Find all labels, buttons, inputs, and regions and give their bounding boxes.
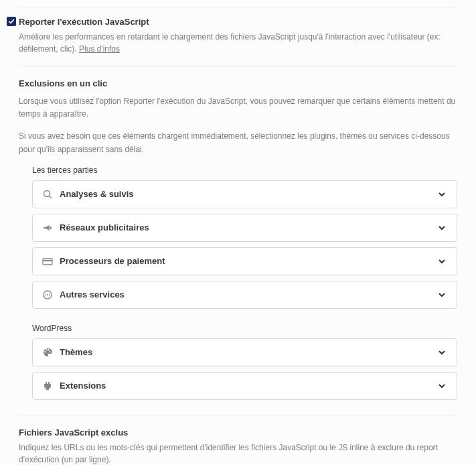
credit-card-icon [42,256,53,267]
svg-point-5 [47,294,48,295]
megaphone-icon [42,222,53,233]
accordion-label: Autres services [60,289,437,300]
accordion-ad-networks[interactable]: Réseaux publicitaires [32,214,457,242]
chevron-down-icon [437,222,447,233]
one-click-desc-2: Si vous avez besoin que ces éléments cha… [19,130,457,155]
accordion-other-services[interactable]: Autres services [32,281,457,309]
svg-point-0 [44,190,50,196]
section-title: Reporter l'exécution JavaScript [19,17,149,27]
one-click-title: Exclusions en un clic [19,78,457,88]
excluded-files-title: Fichiers JavaScript exclus [19,427,457,438]
palette-icon [42,347,53,358]
dots-icon [42,289,53,300]
svg-point-4 [45,294,46,295]
plug-icon [42,381,53,391]
accordion-label: Réseaux publicitaires [60,222,437,232]
section-description: Améliore les performances en retardant l… [0,31,476,66]
accordion-label: Processeurs de paiement [60,256,437,266]
svg-rect-2 [43,260,52,261]
chevron-down-icon [437,256,447,267]
chevron-down-icon [437,189,447,200]
chevron-down-icon [437,347,447,358]
svg-rect-1 [43,259,52,265]
excluded-files-desc: Indiquez les URLs ou les mots-clés qui p… [19,442,457,465]
accordion-themes[interactable]: Thèmes [32,338,457,367]
defer-js-checkbox[interactable] [7,17,16,26]
accordion-extensions[interactable]: Extensions [32,372,457,400]
accordion-label: Extensions [60,381,437,391]
third-party-group-label: Les tierces parties [32,165,457,175]
more-info-link[interactable]: Plus d'infos [79,44,120,54]
chevron-down-icon [437,289,447,300]
accordion-label: Thèmes [60,347,437,357]
accordion-analytics[interactable]: Analyses & suivis [32,180,457,208]
accordion-payment[interactable]: Processeurs de paiement [32,247,457,275]
one-click-desc-1: Lorsque vous utilisez l'option Reporter … [19,95,457,121]
wordpress-group-label: WordPress [32,324,457,333]
search-icon [42,189,53,200]
chevron-down-icon [437,381,447,391]
accordion-label: Analyses & suivis [60,189,437,199]
svg-point-6 [49,294,50,295]
